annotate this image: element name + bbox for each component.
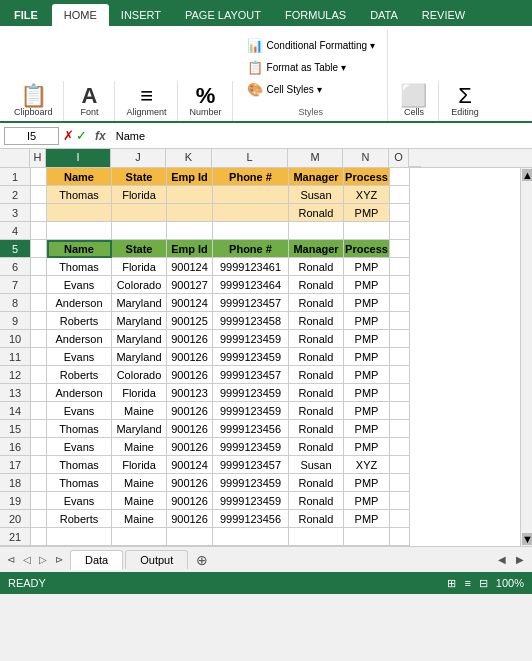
cell-M17[interactable]: Susan (289, 456, 344, 474)
cell-M16[interactable]: Ronald (289, 438, 344, 456)
cell-k1[interactable]: Emp Id (167, 168, 213, 186)
tab-last-button[interactable]: ⊳ (52, 553, 66, 566)
cell-J8[interactable]: Maryland (112, 294, 167, 312)
number-button[interactable]: % Number (186, 83, 226, 119)
sheet-tab-output[interactable]: Output (125, 550, 188, 569)
cell-O9[interactable] (390, 312, 410, 330)
cell-m1[interactable]: Manager (289, 168, 344, 186)
cell-I9[interactable]: Roberts (47, 312, 112, 330)
col-header-l[interactable]: L (212, 149, 288, 167)
cell-N16[interactable]: PMP (344, 438, 390, 456)
cell-n4[interactable] (344, 222, 390, 240)
cell-k5[interactable]: Emp Id (167, 240, 213, 258)
tab-home[interactable]: HOME (52, 4, 109, 26)
cell-m21[interactable] (289, 528, 344, 546)
cell-J19[interactable]: Maine (112, 492, 167, 510)
cell-i4[interactable] (47, 222, 112, 240)
cell-K6[interactable]: 900124 (167, 258, 213, 276)
cell-J16[interactable]: Maine (112, 438, 167, 456)
cell-M20[interactable]: Ronald (289, 510, 344, 528)
cell-I15[interactable]: Thomas (47, 420, 112, 438)
cell-L18[interactable]: 9999123459 (213, 474, 289, 492)
cell-J11[interactable]: Maryland (112, 348, 167, 366)
cell-N20[interactable]: PMP (344, 510, 390, 528)
cell-N13[interactable]: PMP (344, 384, 390, 402)
cell-n21[interactable] (344, 528, 390, 546)
cell-o4[interactable] (390, 222, 410, 240)
cell-H7[interactable] (31, 276, 47, 294)
cell-styles-button[interactable]: 🎨 Cell Styles ▾ (243, 80, 379, 99)
cell-K10[interactable]: 900126 (167, 330, 213, 348)
tab-review[interactable]: REVIEW (410, 4, 477, 26)
cell-l5[interactable]: Phone # (213, 240, 289, 258)
cell-L16[interactable]: 9999123459 (213, 438, 289, 456)
scroll-track[interactable] (521, 182, 532, 532)
cell-M18[interactable]: Ronald (289, 474, 344, 492)
cell-K15[interactable]: 900126 (167, 420, 213, 438)
cell-L17[interactable]: 9999123457 (213, 456, 289, 474)
cell-N14[interactable]: PMP (344, 402, 390, 420)
cell-O16[interactable] (390, 438, 410, 456)
cell-L7[interactable]: 9999123464 (213, 276, 289, 294)
tab-data[interactable]: DATA (358, 4, 410, 26)
cell-H8[interactable] (31, 294, 47, 312)
col-header-o[interactable]: O (389, 149, 409, 167)
col-header-h[interactable]: H (30, 149, 46, 167)
formula-input[interactable] (114, 128, 528, 144)
cell-I16[interactable]: Evans (47, 438, 112, 456)
cell-L11[interactable]: 9999123459 (213, 348, 289, 366)
cell-h4[interactable] (31, 222, 47, 240)
scroll-up-button[interactable]: ▲ (522, 169, 532, 181)
cells-button[interactable]: ⬜ Cells (396, 83, 432, 119)
cell-M9[interactable]: Ronald (289, 312, 344, 330)
cell-N19[interactable]: PMP (344, 492, 390, 510)
cell-K18[interactable]: 900126 (167, 474, 213, 492)
cell-J13[interactable]: Florida (112, 384, 167, 402)
cell-H15[interactable] (31, 420, 47, 438)
col-header-k[interactable]: K (166, 149, 212, 167)
cell-J12[interactable]: Colorado (112, 366, 167, 384)
cell-H10[interactable] (31, 330, 47, 348)
cell-H18[interactable] (31, 474, 47, 492)
cell-n2[interactable]: XYZ (344, 186, 390, 204)
cell-j2[interactable]: Florida (112, 186, 167, 204)
cell-o2[interactable] (390, 186, 410, 204)
tab-page-layout[interactable]: PAGE LAYOUT (173, 4, 273, 26)
tab-next-button[interactable]: ▷ (36, 553, 50, 566)
cell-I11[interactable]: Evans (47, 348, 112, 366)
cell-H20[interactable] (31, 510, 47, 528)
cell-K9[interactable]: 900125 (167, 312, 213, 330)
cell-O10[interactable] (390, 330, 410, 348)
cell-H12[interactable] (31, 366, 47, 384)
cell-I19[interactable]: Evans (47, 492, 112, 510)
cell-h3[interactable] (31, 204, 47, 222)
tab-prev-button[interactable]: ◁ (20, 553, 34, 566)
scroll-down-button[interactable]: ▼ (522, 533, 532, 545)
cell-O11[interactable] (390, 348, 410, 366)
col-header-i[interactable]: I (46, 149, 111, 167)
cell-L12[interactable]: 9999123457 (213, 366, 289, 384)
conditional-formatting-button[interactable]: 📊 Conditional Formatting ▾ (243, 36, 379, 55)
cell-O15[interactable] (390, 420, 410, 438)
zoom-level[interactable]: 100% (496, 577, 524, 589)
tab-formulas[interactable]: FORMULAS (273, 4, 358, 26)
cell-j5[interactable]: State (112, 240, 167, 258)
cell-i1[interactable]: Name (47, 168, 112, 186)
col-header-j[interactable]: J (111, 149, 166, 167)
cell-o1[interactable] (390, 168, 410, 186)
cell-J18[interactable]: Maine (112, 474, 167, 492)
cell-j3[interactable] (112, 204, 167, 222)
cell-M15[interactable]: Ronald (289, 420, 344, 438)
alignment-button[interactable]: ≡ Alignment (123, 83, 171, 119)
cell-I12[interactable]: Roberts (47, 366, 112, 384)
tab-first-button[interactable]: ⊲ (4, 553, 18, 566)
cell-K20[interactable]: 900126 (167, 510, 213, 528)
cell-H19[interactable] (31, 492, 47, 510)
cell-K17[interactable]: 900124 (167, 456, 213, 474)
cell-N18[interactable]: PMP (344, 474, 390, 492)
cell-l1[interactable]: Phone # (213, 168, 289, 186)
sheet-tab-data[interactable]: Data (70, 550, 123, 570)
cell-O14[interactable] (390, 402, 410, 420)
cell-J7[interactable]: Colorado (112, 276, 167, 294)
cell-O17[interactable] (390, 456, 410, 474)
